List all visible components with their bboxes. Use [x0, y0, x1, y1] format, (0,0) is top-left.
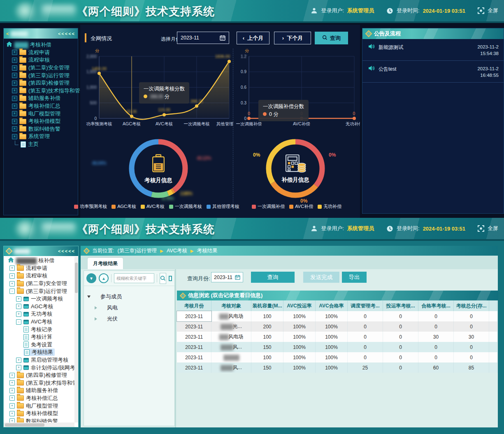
nav-item[interactable]: +黑启动管理考核 [4, 356, 74, 364]
table-row[interactable]: 2023-11████光...200100%100%0000 [177, 321, 497, 332]
table-row[interactable]: 2023-11█████100100%100%0000 [177, 352, 497, 362]
next-month-button[interactable]: ›下个月 [274, 32, 311, 44]
column-header[interactable]: 考核总分(存... [454, 300, 489, 311]
sidebar-item[interactable]: +(第二章)安全管理 [6, 64, 78, 72]
expander-minus-icon[interactable]: - [16, 319, 21, 325]
cell-month[interactable]: 2023-11 [177, 311, 211, 321]
nav-item[interactable]: +电厂模型管理 [4, 402, 74, 410]
nav-item[interactable]: 考核结果 [4, 349, 74, 356]
expander-plus-icon[interactable]: + [16, 296, 21, 302]
triangle-right-icon[interactable] [95, 306, 97, 309]
cell-target[interactable]: ███风电场 [211, 311, 251, 321]
dashboard-query-button[interactable]: 查询 [315, 32, 348, 44]
expander-plus-icon[interactable]: + [12, 119, 17, 124]
breadcrumb-part[interactable]: AVC考核 [167, 247, 187, 254]
sidebar-item[interactable]: +电厂模型管理 [6, 110, 78, 118]
tab-month-result[interactable]: 月考核结果 [88, 258, 123, 269]
column-header[interactable]: 合格率考核... [418, 300, 454, 311]
sidebar-item[interactable]: +数据纠错告警 [6, 125, 78, 133]
search-button[interactable] [160, 273, 166, 284]
nav-item[interactable]: +(第四章)检修管理 [4, 372, 74, 379]
cell-month[interactable]: 2023-11 [177, 352, 211, 362]
calendar-icon[interactable] [235, 275, 240, 280]
breadcrumb-part[interactable]: (第三章)运行管理 [117, 247, 157, 254]
sidebar-item[interactable]: +流程申请 [6, 49, 78, 57]
collapse-arrow-icon[interactable]: < [6, 31, 9, 36]
expander-plus-icon[interactable]: + [12, 88, 17, 93]
nav-item[interactable]: +(第五章)技术指导和管理 [4, 379, 74, 387]
nav-item-root[interactable]: ██████核补偿 [4, 257, 74, 265]
announcement-item[interactable]: 公告test2023-11-216:48:55 [362, 61, 504, 83]
expander-minus-icon[interactable]: - [9, 289, 15, 294]
legend-item[interactable]: 无功补偿 [318, 203, 341, 210]
legend-item[interactable]: 功率预测考核 [74, 203, 107, 210]
breadcrumb-part[interactable]: 考核结果 [197, 247, 218, 254]
query-button[interactable]: 查询 [251, 272, 295, 283]
expander-plus-icon[interactable]: + [16, 312, 21, 317]
expander-plus-icon[interactable]: + [12, 81, 17, 86]
cell-target[interactable]: █████ [211, 352, 251, 362]
column-header[interactable]: AVC合格率 [316, 300, 348, 311]
expander-plus-icon[interactable]: + [16, 365, 21, 370]
expander-plus-icon[interactable]: + [9, 380, 15, 386]
expander-plus-icon[interactable]: + [9, 388, 15, 393]
expander-plus-icon[interactable]: + [9, 418, 15, 422]
prev-month-button[interactable]: ‹上个月 [237, 32, 269, 44]
expander-plus-icon[interactable]: + [9, 395, 15, 401]
expander-plus-icon[interactable]: + [9, 265, 15, 271]
sidebar-item[interactable]: +考核补偿汇总 [6, 102, 78, 110]
expander-plus-icon[interactable]: + [9, 411, 15, 416]
column-header[interactable]: 装机容量(M... [251, 300, 283, 311]
legend-item[interactable]: AVC考核 [141, 203, 165, 210]
expander-plus-icon[interactable]: + [16, 304, 21, 309]
nav-item[interactable]: -(第三章)运行管理 [4, 287, 74, 295]
triangle-down-icon[interactable] [87, 295, 91, 298]
cell-month[interactable]: 2023-11 [177, 342, 211, 352]
cell-month[interactable]: 2023-11 [177, 321, 211, 332]
member-tree-item[interactable]: 光伏 [87, 313, 171, 324]
expander-plus-icon[interactable]: + [12, 111, 17, 116]
sidebar-item-home[interactable]: 主页 [6, 141, 78, 148]
sidebar-item[interactable]: +流程审核 [6, 56, 78, 64]
expander-plus-icon[interactable]: + [9, 273, 15, 279]
expander-plus-icon[interactable]: + [12, 73, 17, 78]
legend-item[interactable]: AGC考核 [111, 203, 136, 210]
nav-item[interactable]: +AGC考核 [4, 303, 74, 311]
sidebar-item[interactable]: +辅助服务补偿 [6, 95, 78, 102]
sidebar-item[interactable]: +系统管理 [6, 133, 78, 141]
sidebar-header[interactable]: < █████ <<<<< [4, 28, 78, 39]
nav-item[interactable]: +考核补偿汇总 [4, 395, 74, 402]
cell-month[interactable]: 2023-11 [177, 362, 211, 373]
nav-item[interactable]: -AVC考核 [4, 318, 74, 326]
calendar-icon[interactable] [220, 35, 225, 41]
nav-item[interactable]: +无功考核 [4, 310, 74, 318]
sidebar-header[interactable]: █████ <<<<< [4, 246, 78, 256]
nav-item[interactable]: +一次调频考核 [4, 295, 74, 303]
cell-target[interactable]: ████风... [211, 342, 251, 352]
member-tree-item[interactable]: 风电 [87, 302, 171, 313]
fullscreen-icon[interactable] [478, 225, 484, 232]
legend-item[interactable]: AVC补偿 [289, 203, 313, 210]
fullscreen-icon[interactable] [478, 7, 484, 14]
column-header[interactable]: 调度管理考... [348, 300, 383, 311]
search-input[interactable] [114, 273, 154, 283]
collapse-all-button[interactable]: ▲ [99, 273, 109, 283]
cell-target[interactable]: ███风电场 [211, 332, 251, 342]
expand-all-button[interactable]: ▼ [86, 273, 96, 283]
collapse-chevrons-icon[interactable]: <<<<< [58, 31, 75, 36]
expander-plus-icon[interactable]: + [12, 104, 17, 109]
nav-item[interactable]: 考核记录 [4, 326, 74, 333]
sidebar-item-root[interactable]: ████考核补偿 [6, 41, 78, 49]
nav-item[interactable]: +考核补偿模型 [4, 410, 74, 418]
cell-target[interactable]: ████光... [211, 321, 251, 332]
nav-item[interactable]: +非计划停运/脱网考核 [4, 364, 74, 372]
legend-item[interactable]: 一次调频补偿 [252, 203, 285, 210]
nav-item[interactable]: +数据纠错告警 [4, 417, 74, 422]
fullscreen-label[interactable]: 全屏 [488, 7, 498, 14]
nav-item[interactable]: 考核计算 [4, 333, 74, 341]
expander-plus-icon[interactable]: + [9, 281, 15, 286]
cell-month[interactable]: 2023-11 [177, 332, 211, 342]
expander-plus-icon[interactable]: + [9, 373, 15, 378]
cell-target[interactable]: ████风... [211, 362, 251, 373]
nav-item[interactable]: +辅助服务补偿 [4, 387, 74, 395]
